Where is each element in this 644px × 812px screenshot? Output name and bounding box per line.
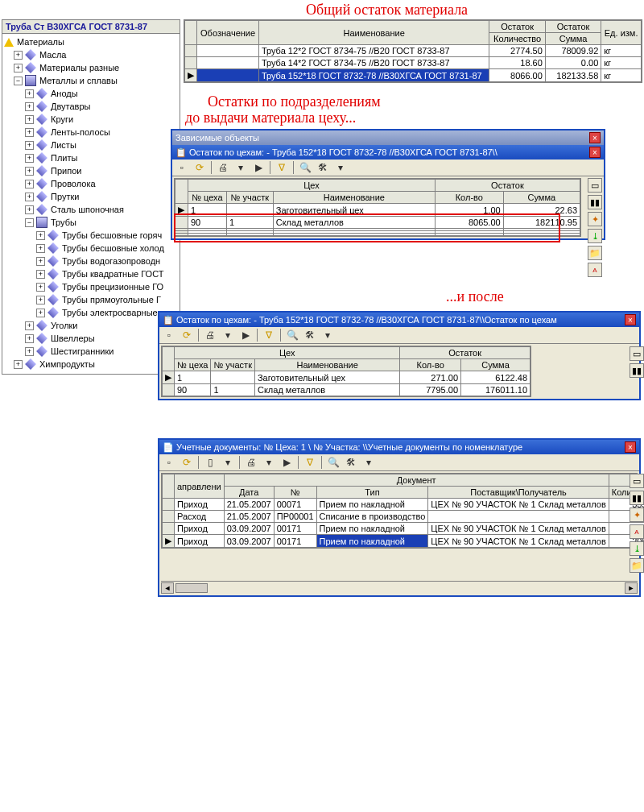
dropdown-icon[interactable]: ▾ — [362, 456, 375, 469]
tree-item[interactable]: +Двутавры — [2, 100, 180, 113]
col-stock[interactable]: Остаток — [489, 21, 545, 33]
play-icon[interactable]: ▶ — [252, 161, 265, 174]
dropdown-icon[interactable]: ▾ — [262, 456, 275, 469]
nav-icon[interactable]: ▫ — [175, 161, 188, 174]
col-sum[interactable]: Сумма — [545, 33, 601, 45]
tree-item[interactable]: +Уголки — [2, 319, 180, 332]
win-title-outer[interactable]: Зависимые объекты × — [172, 130, 604, 145]
close-icon[interactable]: × — [589, 147, 601, 158]
tree-item[interactable]: +Трубы прецизионные ГО — [2, 280, 180, 293]
print-icon[interactable]: 🖨 — [217, 161, 229, 174]
barcode-icon[interactable]: ▮▮ — [630, 491, 644, 505]
docs-grid[interactable]: аправлени Документ Приход Дата № Тип Пос… — [161, 473, 638, 549]
tree-item[interactable]: +Трубы квадратные ГОСТ — [2, 267, 180, 280]
tree-item[interactable]: +Трубы бесшовные горяч — [2, 229, 180, 242]
filter-icon[interactable]: ∇ — [262, 329, 275, 342]
tools-icon[interactable]: 🛠 — [316, 161, 329, 174]
tree-item[interactable]: +Материалы разные — [2, 61, 180, 74]
nav-icon[interactable]: ▫ — [163, 329, 175, 342]
tree-item[interactable]: +Круги — [2, 113, 180, 126]
tree-item[interactable]: +Шестигранники — [2, 345, 180, 358]
win-title[interactable]: 📄 Учетные документы: № Цеха: 1 \ № Участ… — [159, 440, 639, 454]
close-icon[interactable]: × — [589, 132, 601, 143]
play-icon[interactable]: ▶ — [280, 456, 293, 469]
card-icon[interactable]: ▭ — [588, 178, 602, 193]
tree-item[interactable]: +Трубы бесшовные холод — [2, 242, 180, 255]
tree-item[interactable]: +Сталь шпоночная — [2, 203, 180, 216]
win-title-inner[interactable]: 📋 Остаток по цехам: - Труба 152*18 ГОСТ … — [172, 145, 604, 160]
dropdown-icon[interactable]: ▾ — [234, 161, 247, 174]
table-row[interactable]: ▶ 1 Заготовительный цех 1.00 22.63 — [175, 204, 580, 217]
table-row[interactable]: ▶ 1 Заготовительный цех 271.00 6122.48 — [163, 371, 530, 384]
win-title[interactable]: 📋 Остаток по цехам: - Труба 152*18 ГОСТ … — [159, 313, 639, 327]
materials-tree[interactable]: Материалы +Масла +Материалы разные −Мета… — [2, 34, 180, 374]
tree-item[interactable]: +Припои — [2, 164, 180, 177]
table-row[interactable]: Приход 03.09.2007 00171 Прием по накладн… — [163, 523, 645, 535]
tree-item[interactable]: +Масла — [2, 48, 180, 61]
barcode-icon[interactable]: ▮▮ — [630, 363, 644, 378]
table-row[interactable]: Труба 14*2 ГОСТ 8734-75 //В20 ГОСТ 8733-… — [185, 57, 642, 69]
export-icon[interactable]: ⤓ — [588, 229, 602, 243]
tree-item[interactable]: +Химпродукты — [2, 358, 180, 371]
nav-icon[interactable]: ▫ — [163, 456, 175, 469]
tools-icon[interactable]: 🛠 — [303, 329, 316, 342]
print-icon[interactable]: 🖨 — [245, 456, 258, 469]
refresh-icon[interactable]: ⟳ — [193, 161, 206, 174]
tree-item[interactable]: +Трубы прямоугольные Г — [2, 293, 180, 306]
scroll-left-icon[interactable]: ◄ — [161, 582, 174, 594]
tree-item[interactable]: +Трубы электросварные — [2, 306, 180, 319]
tools-icon[interactable]: 🛠 — [345, 456, 357, 469]
close-icon[interactable]: × — [625, 441, 636, 453]
xml-icon[interactable]: ✦ — [630, 508, 644, 522]
close-icon[interactable]: × — [625, 314, 636, 325]
table-row[interactable]: ▶ Приход 03.09.2007 00171 Прием по накла… — [163, 535, 645, 548]
binoculars-icon[interactable]: 🔍 — [327, 456, 340, 469]
table-row-selected[interactable]: ▶ Труба 152*18 ГОСТ 8732-78 //В30ХГСА ГО… — [185, 69, 642, 82]
stock-grid[interactable]: Обозначение Наименование Остаток Остаток… — [184, 19, 642, 83]
col-qty[interactable]: Количество — [489, 33, 545, 45]
abc-icon[interactable]: A — [630, 524, 644, 539]
export-icon[interactable]: ⤓ — [630, 541, 644, 556]
card-icon[interactable]: ▭ — [630, 346, 644, 361]
tree-item-metals[interactable]: −Металлы и сплавы — [2, 74, 180, 87]
dropdown-icon[interactable]: ▾ — [221, 456, 234, 469]
dropdown-icon[interactable]: ▾ — [321, 329, 334, 342]
table-row[interactable]: 90 1 Склад металлов 8065.00 182110.95 — [175, 217, 580, 229]
horizontal-scrollbar[interactable]: ◄ ► — [161, 581, 638, 594]
table-row[interactable]: Труба 12*2 ГОСТ 8734-75 //В20 ГОСТ 8733-… — [185, 45, 642, 57]
folder-icon[interactable]: 📁 — [588, 246, 602, 260]
tree-item[interactable]: +Проволока — [2, 177, 180, 190]
scroll-thumb[interactable] — [175, 583, 208, 593]
scroll-right-icon[interactable]: ► — [625, 582, 638, 594]
play-icon[interactable]: ▶ — [239, 329, 252, 342]
table-row[interactable]: Приход 21.05.2007 00071 Прием по накладн… — [163, 499, 645, 511]
tree-item[interactable]: +Швеллеры — [2, 332, 180, 345]
dropdown-icon[interactable]: ▾ — [334, 161, 347, 174]
binoculars-icon[interactable]: 🔍 — [299, 161, 312, 174]
col-name[interactable]: Наименование — [258, 21, 489, 45]
table-row[interactable]: Расход 21.05.2007 ПР00001 Списание в про… — [163, 511, 645, 523]
col-designation[interactable]: Обозначение — [197, 21, 259, 45]
tree-item[interactable]: +Плиты — [2, 151, 180, 164]
dept-grid-after[interactable]: Цех Остаток № цеха № участк Наименование… — [161, 346, 531, 397]
binoculars-icon[interactable]: 🔍 — [286, 329, 299, 342]
tree-root[interactable]: Материалы — [2, 35, 180, 48]
col-stock[interactable]: Остаток — [545, 21, 601, 33]
barcode-icon[interactable]: ▮▮ — [588, 195, 602, 209]
folder-icon[interactable]: 📁 — [630, 558, 644, 573]
tree-item-pipes[interactable]: −Трубы — [2, 216, 180, 229]
refresh-icon[interactable]: ⟳ — [180, 329, 193, 342]
abc-icon[interactable]: A — [588, 263, 602, 277]
dept-grid[interactable]: Цех Остаток № цеха № участк Наименование… — [174, 178, 581, 237]
print-icon[interactable]: 🖨 — [204, 329, 217, 342]
refresh-icon[interactable]: ⟳ — [180, 456, 193, 469]
tree-item[interactable]: +Аноды — [2, 87, 180, 100]
dropdown-icon[interactable]: ▾ — [221, 329, 234, 342]
doc-icon[interactable]: ▯ — [204, 456, 217, 469]
xml-icon[interactable]: ✦ — [588, 212, 602, 226]
card-icon[interactable]: ▭ — [630, 474, 644, 488]
filter-icon[interactable]: ∇ — [275, 161, 288, 174]
filter-icon[interactable]: ∇ — [303, 456, 316, 469]
tree-item[interactable]: +Листы — [2, 139, 180, 151]
col-unit[interactable]: Ед. изм. — [601, 21, 642, 45]
